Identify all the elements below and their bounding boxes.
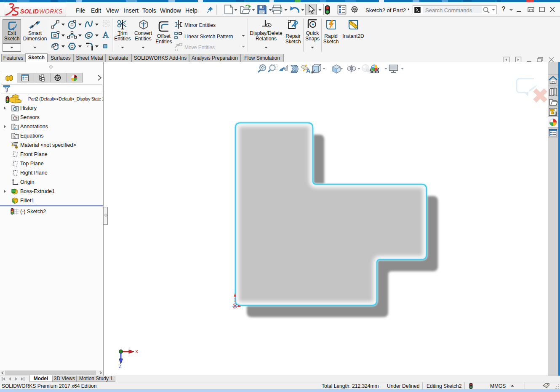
svg-text:A: A [103, 30, 109, 40]
svg-text:Σ: Σ [14, 135, 16, 139]
svg-text:Z: Z [119, 364, 122, 369]
svg-text:A: A [14, 126, 17, 130]
svg-text:X: X [135, 349, 139, 354]
svg-text:A: A [306, 67, 310, 74]
svg-text:SOLID: SOLID [20, 8, 39, 15]
svg-text:WORKS: WORKS [39, 8, 63, 15]
